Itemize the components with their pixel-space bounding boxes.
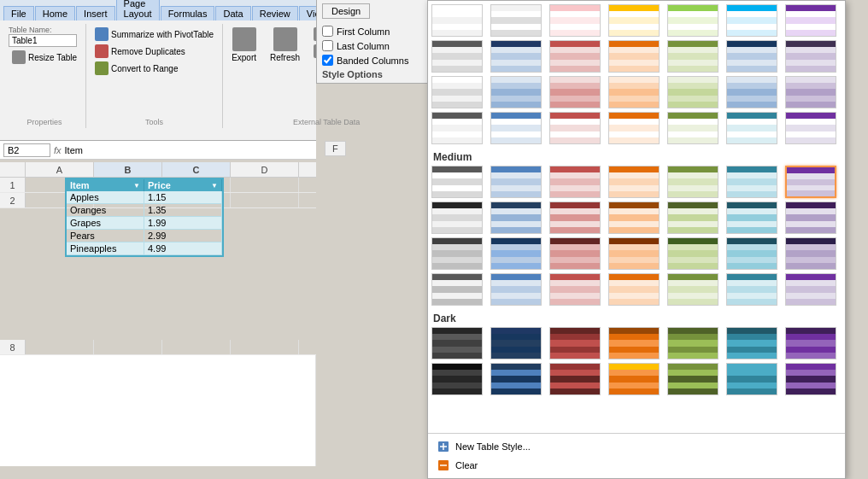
gallery-item[interactable] bbox=[726, 76, 777, 108]
gallery-item[interactable] bbox=[667, 76, 718, 108]
col-header-c[interactable]: C bbox=[162, 162, 231, 177]
tab-review[interactable]: Review bbox=[252, 6, 298, 20]
gallery-item[interactable] bbox=[549, 166, 601, 198]
item-dropdown-arrow[interactable]: ▼ bbox=[133, 182, 140, 190]
gallery-item[interactable] bbox=[726, 166, 777, 198]
gallery-item[interactable] bbox=[490, 327, 542, 359]
gallery-item[interactable] bbox=[549, 76, 601, 108]
gallery-item[interactable] bbox=[785, 202, 836, 234]
gallery-item[interactable] bbox=[785, 237, 836, 270]
cell-pears-price[interactable]: 2.99 bbox=[144, 230, 222, 242]
gallery-item[interactable] bbox=[490, 202, 542, 234]
tab-insert[interactable]: Insert bbox=[76, 6, 115, 20]
gallery-item[interactable] bbox=[785, 166, 836, 198]
gallery-item[interactable] bbox=[608, 237, 660, 270]
gallery-item[interactable] bbox=[431, 4, 483, 37]
banded-columns-checkbox[interactable] bbox=[322, 55, 333, 66]
gallery-item[interactable] bbox=[726, 363, 777, 395]
header-item[interactable]: Item ▼ bbox=[67, 179, 144, 191]
gallery-item[interactable] bbox=[490, 166, 542, 198]
gallery-item[interactable] bbox=[549, 202, 601, 234]
new-table-style-btn[interactable]: New Table Style... bbox=[433, 437, 840, 456]
remove-duplicates-btn[interactable]: Remove Duplicates bbox=[91, 43, 217, 60]
col-header-b[interactable]: B bbox=[94, 162, 162, 177]
gallery-item[interactable] bbox=[549, 237, 601, 270]
gallery-item[interactable] bbox=[667, 40, 718, 73]
gallery-item[interactable] bbox=[667, 112, 718, 144]
first-column-checkbox[interactable] bbox=[322, 26, 333, 37]
header-price[interactable]: Price ▼ bbox=[144, 179, 222, 191]
gallery-item[interactable] bbox=[785, 327, 836, 359]
gallery-item[interactable] bbox=[726, 202, 777, 234]
gallery-item[interactable] bbox=[785, 40, 836, 73]
cell-b8[interactable] bbox=[94, 340, 162, 354]
cell-apples[interactable]: Apples bbox=[67, 191, 144, 203]
col-header-d[interactable]: D bbox=[231, 162, 299, 177]
last-column-checkbox[interactable] bbox=[322, 40, 333, 51]
gallery-item[interactable] bbox=[431, 40, 483, 73]
gallery-item[interactable] bbox=[431, 327, 483, 359]
refresh-btn[interactable]: Refresh bbox=[267, 26, 303, 64]
col-f-header[interactable]: F bbox=[325, 141, 346, 156]
last-column-option[interactable]: Last Column bbox=[322, 38, 425, 53]
cell-pineapples-price[interactable]: 4.99 bbox=[144, 242, 222, 254]
gallery-item[interactable] bbox=[667, 4, 718, 37]
gallery-item[interactable] bbox=[785, 76, 836, 108]
col-header-a[interactable]: A bbox=[26, 162, 94, 177]
gallery-item[interactable] bbox=[726, 40, 777, 73]
gallery-item[interactable] bbox=[549, 40, 601, 73]
gallery-item[interactable] bbox=[667, 273, 718, 306]
gallery-item[interactable] bbox=[785, 363, 836, 395]
gallery-item[interactable] bbox=[549, 327, 601, 359]
gallery-item[interactable] bbox=[431, 166, 483, 198]
gallery-item[interactable] bbox=[490, 237, 542, 270]
cell-c8[interactable] bbox=[162, 340, 231, 354]
gallery-item[interactable] bbox=[608, 327, 660, 359]
cell-a8[interactable] bbox=[26, 340, 94, 354]
gallery-item[interactable] bbox=[431, 237, 483, 270]
cell-d2[interactable] bbox=[231, 193, 299, 207]
gallery-item[interactable] bbox=[490, 76, 542, 108]
gallery-item[interactable] bbox=[431, 202, 483, 234]
gallery-item[interactable] bbox=[667, 202, 718, 234]
cell-grapes[interactable]: Grapes bbox=[67, 217, 144, 229]
tab-formulas[interactable]: Formulas bbox=[161, 6, 215, 20]
gallery-item[interactable] bbox=[490, 40, 542, 73]
gallery-item[interactable] bbox=[667, 327, 718, 359]
tab-home[interactable]: Home bbox=[35, 6, 75, 20]
cell-oranges-price[interactable]: 1.35 bbox=[144, 204, 222, 216]
gallery-item[interactable] bbox=[608, 4, 660, 37]
gallery-item[interactable] bbox=[785, 273, 836, 306]
gallery-item[interactable] bbox=[785, 4, 836, 37]
design-tab-overlay[interactable]: Design bbox=[322, 3, 370, 19]
name-box[interactable] bbox=[3, 143, 50, 157]
gallery-item[interactable] bbox=[608, 40, 660, 73]
cell-oranges[interactable]: Oranges bbox=[67, 204, 144, 216]
gallery-item[interactable] bbox=[549, 4, 601, 37]
gallery-item[interactable] bbox=[726, 273, 777, 306]
tab-file[interactable]: File bbox=[3, 6, 34, 20]
gallery-item[interactable] bbox=[608, 363, 660, 395]
gallery-item[interactable] bbox=[549, 112, 601, 144]
gallery-item[interactable] bbox=[490, 363, 542, 395]
resize-table-btn[interactable]: Resize Table bbox=[9, 49, 80, 66]
banded-columns-option[interactable]: Banded Columns bbox=[322, 53, 425, 67]
gallery-item[interactable] bbox=[431, 273, 483, 306]
gallery-item[interactable] bbox=[726, 327, 777, 359]
gallery-item[interactable] bbox=[726, 112, 777, 144]
gallery-item[interactable] bbox=[667, 237, 718, 270]
gallery-item[interactable] bbox=[549, 273, 601, 306]
gallery-item[interactable] bbox=[608, 112, 660, 144]
gallery-item[interactable] bbox=[608, 166, 660, 198]
export-btn[interactable]: Export bbox=[228, 26, 260, 64]
gallery-item[interactable] bbox=[667, 166, 718, 198]
gallery-item[interactable] bbox=[608, 273, 660, 306]
table-name-input[interactable] bbox=[9, 34, 77, 47]
gallery-item[interactable] bbox=[490, 112, 542, 144]
gallery-item[interactable] bbox=[726, 4, 777, 37]
gallery-item[interactable] bbox=[431, 363, 483, 395]
cell-apples-price[interactable]: 1.15 bbox=[144, 191, 222, 203]
gallery-scroll[interactable]: Medium Dark bbox=[431, 4, 842, 429]
price-dropdown-arrow[interactable]: ▼ bbox=[211, 182, 218, 190]
gallery-item[interactable] bbox=[726, 237, 777, 270]
